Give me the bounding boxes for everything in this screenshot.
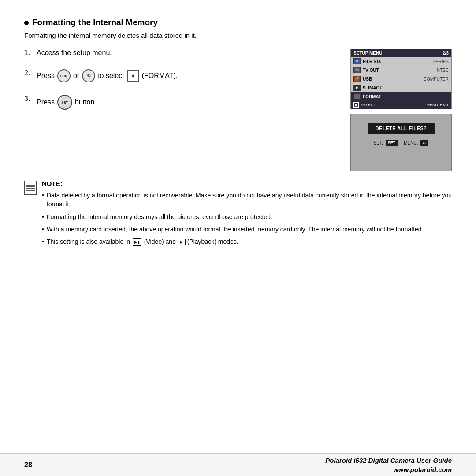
set-button-icon: SET <box>57 95 72 110</box>
dialog-set-text: SET: <box>374 141 383 145</box>
dialog-back-arrow-icon: ↩ <box>420 140 428 146</box>
select-arrow-icon: ▶ <box>353 102 359 108</box>
step-1: 1. Access the setup menu. <box>24 49 342 57</box>
page-content: Formatting the Internal Memory Formattin… <box>0 0 476 249</box>
note-item-4: This setting is also available in ▶▮ (Vi… <box>42 237 452 246</box>
note-title: NOTE: <box>42 180 452 187</box>
footer-title: Polaroid i532 Digital Camera User Guide … <box>325 456 452 474</box>
note-icon <box>24 181 37 195</box>
note-item-3-text: With a memory card inserted, the above o… <box>47 225 425 234</box>
format-menu-label: FORMAT <box>363 94 446 99</box>
step-3-content: Press SET button. <box>37 95 97 110</box>
right-panels: SETUP MENU 2/3 🖼 FILE NO. SERIES TV TV O… <box>350 49 452 171</box>
dialog-footer: SET: SET MENU: ↩ <box>374 140 429 146</box>
tvout-value: NTSC <box>437 68 449 73</box>
step-1-content: Access the setup menu. <box>37 49 112 57</box>
fileno-label: FILE NO. <box>363 59 430 64</box>
page-number: 28 <box>24 461 32 469</box>
note-item-1-text: Data deleted by a format operation is no… <box>47 191 452 209</box>
note-item-4-text: This setting is also available in ▶▮ (Vi… <box>47 237 238 246</box>
setup-menu-panel: SETUP MENU 2/3 🖼 FILE NO. SERIES TV TV O… <box>350 49 452 109</box>
step-3-post: button. <box>75 98 97 106</box>
step-1-text: Access the setup menu. <box>37 49 112 57</box>
setup-menu-header-label: SETUP MENU <box>353 51 382 56</box>
tvout-label: TV OUT <box>363 68 435 73</box>
menu-row-fileno: 🖼 FILE NO. SERIES <box>351 57 451 66</box>
usb-label: USB <box>363 77 421 82</box>
fileno-value: SERIES <box>432 59 449 64</box>
note-item-2-text: Formatting the internal memory destroys … <box>47 212 272 221</box>
subtitle: Formatting the internal memory deletes a… <box>24 32 452 39</box>
note-item-3: With a memory card inserted, the above o… <box>42 225 452 234</box>
note-item-1: Data deleted by a format operation is no… <box>42 191 452 209</box>
tvout-icon: TV <box>353 67 361 73</box>
step-3: 3. Press SET button. <box>24 95 342 110</box>
step-2-number: 2. <box>24 69 33 77</box>
section-title-text: Formatting the Internal Memory <box>32 18 158 27</box>
step-2-post: to select <box>98 72 124 80</box>
note-item-2: Formatting the internal memory destroys … <box>42 212 452 221</box>
playback-mode-icon: ▶ <box>178 239 186 245</box>
fileno-icon: 🖼 <box>353 58 361 64</box>
step-2-pre: Press <box>37 72 55 80</box>
step-2: 2. Press SCN or ↻ to select ✶ (FORMAT). <box>24 69 342 82</box>
step-2-content: Press SCN or ↻ to select ✶ (FORMAT). <box>37 69 178 82</box>
menu-row-simage: ▶ S. IMAGE <box>351 83 451 92</box>
format-menu-icon: ✶ <box>353 93 361 100</box>
footer-title-line1: Polaroid i532 Digital Camera User Guide <box>325 456 452 465</box>
menu-row-format: ✶ FORMAT <box>351 92 451 101</box>
menu-row-usb: 🔗 USB COMPUTER <box>351 74 451 83</box>
steps-area: 1. Access the setup menu. 2. Press SCN o… <box>24 49 342 171</box>
setup-menu-header-page: 2/3 <box>443 51 449 56</box>
scn-button-icon: SCN <box>57 69 71 82</box>
footer-select-label: SELECT <box>361 103 376 107</box>
bullet-icon <box>24 21 29 25</box>
video-mode-icon: ▶▮ <box>133 238 141 246</box>
step-1-number: 1. <box>24 49 33 57</box>
footer-menu-label: MENU <box>426 103 438 107</box>
section-title: Formatting the Internal Memory <box>24 18 452 27</box>
step-2-format-label: (FORMAT). <box>142 72 178 80</box>
scroll-button-icon: ↻ <box>82 69 95 82</box>
simage-icon: ▶ <box>353 85 361 91</box>
step-2-or: or <box>73 72 79 80</box>
note-list: Data deleted by a format operation is no… <box>42 191 452 246</box>
main-area: 1. Access the setup menu. 2. Press SCN o… <box>24 49 452 171</box>
format-icon: ✶ <box>127 70 139 82</box>
usb-value: COMPUTER <box>424 77 449 82</box>
footer-title-line2: www.polaroid.com <box>325 465 452 474</box>
dialog-menu-text: MENU: <box>404 141 418 145</box>
menu-row-tvout: TV TV OUT NTSC <box>351 66 451 74</box>
page-footer: 28 Polaroid i532 Digital Camera User Gui… <box>0 453 476 476</box>
dialog-set-btn: SET <box>386 140 398 146</box>
footer-exit-label: EXIT <box>440 103 449 107</box>
note-section: NOTE: Data deleted by a format operation… <box>24 180 452 249</box>
setup-menu-header: SETUP MENU 2/3 <box>351 49 451 57</box>
step-3-number: 3. <box>24 95 33 103</box>
usb-icon: 🔗 <box>353 76 361 82</box>
note-content: NOTE: Data deleted by a format operation… <box>42 180 452 249</box>
delete-all-label: DELETE ALL FILES? <box>368 123 435 134</box>
simage-label: S. IMAGE <box>363 86 446 90</box>
delete-dialog-panel: DELETE ALL FILES? SET: SET MENU: ↩ <box>350 114 452 171</box>
step-3-pre: Press <box>37 98 55 106</box>
setup-menu-footer: ▶ SELECT MENU EXIT <box>351 101 451 109</box>
